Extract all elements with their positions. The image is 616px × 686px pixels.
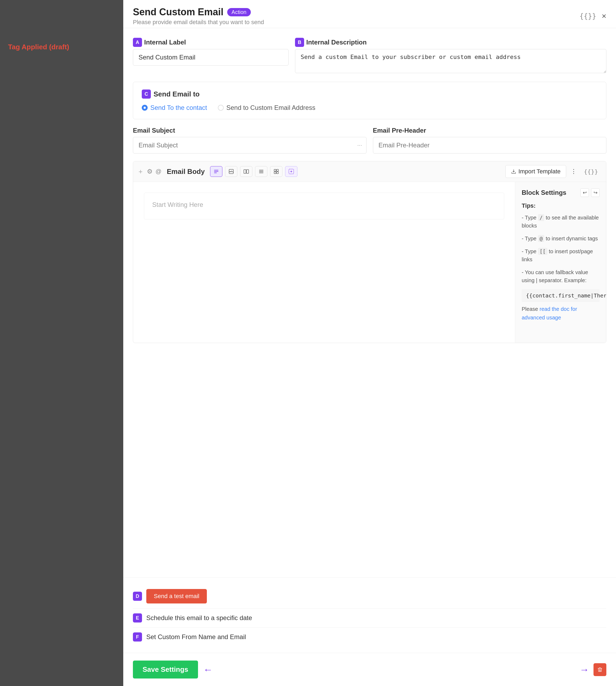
modal-title-row: Send Custom Email Action	[133, 6, 264, 18]
modal-subtitle: Please provide email details that you wa…	[133, 19, 264, 26]
undo-redo-controls: ↩ ↪	[580, 189, 600, 197]
email-subject-input-wrapper: ···	[133, 137, 367, 154]
email-subject-label: Email Subject	[133, 127, 367, 134]
toolbar-gear-icon[interactable]: ⚙	[147, 168, 153, 175]
import-template-button[interactable]: Import Template	[505, 165, 566, 178]
tip-3: - Type [[ to insert post/page links	[522, 247, 600, 263]
import-template-label: Import Template	[519, 168, 560, 175]
block-settings-header: Block Settings ↩ ↪	[522, 189, 600, 197]
send-email-label-text: Send Email to	[154, 90, 200, 98]
schedule-option-text: Schedule this email to a specific date	[146, 614, 252, 622]
radio-send-to-custom[interactable]: Send to Custom Email Address	[218, 104, 315, 111]
preheader-group: Email Pre-Header	[373, 127, 607, 154]
svg-rect-9	[274, 169, 276, 171]
svg-rect-11	[274, 172, 276, 174]
writing-placeholder: Start Writing Here	[152, 201, 203, 208]
send-test-email-button[interactable]: Send a test email	[146, 589, 207, 603]
svg-rect-2	[214, 173, 217, 173]
read-doc-link[interactable]: read the doc for advanced usage	[522, 306, 577, 320]
radio-row: Send To the contact Send to Custom Email…	[142, 104, 597, 111]
svg-rect-12	[277, 172, 279, 174]
internal-label-group: A Internal Label	[133, 38, 289, 73]
email-body-editor[interactable]: Start Writing Here	[133, 182, 515, 343]
toolbar-code-button[interactable]: {{}}	[581, 167, 601, 177]
svg-rect-8	[259, 173, 263, 173]
tips-title: Tips:	[522, 202, 600, 209]
badge-a: A	[133, 38, 142, 47]
internal-description-group: B Internal Description Send a custom Ema…	[295, 38, 607, 73]
internal-label-field-label: A Internal Label	[133, 38, 289, 47]
send-email-to-section: C Send Email to Send To the contact Send…	[133, 82, 607, 119]
toolbar-title: Email Body	[167, 168, 205, 176]
arrow-left-icon: ←	[203, 664, 213, 675]
toolbar-plus-icon[interactable]: +	[138, 168, 142, 176]
email-preheader-label-text: Email Pre-Header	[373, 127, 426, 134]
email-body-section: + ⚙ @ Email Body	[133, 161, 607, 343]
header-code-button[interactable]: {{}}	[579, 12, 596, 20]
arrow-right-icon: →	[579, 664, 589, 675]
svg-rect-4	[244, 170, 246, 173]
action-badge: Action	[227, 8, 251, 16]
svg-rect-7	[259, 171, 263, 172]
toolbar-block-text[interactable]	[210, 166, 222, 177]
delete-button[interactable]	[594, 663, 607, 676]
tip-3-code: [[	[538, 248, 547, 255]
email-preheader-input-wrapper	[373, 137, 607, 154]
option-row-custom-from: F Set Custom From Name and Email	[133, 627, 607, 646]
email-body-toolbar: + ⚙ @ Email Body	[133, 161, 606, 182]
toolbar-block-special[interactable]	[285, 166, 298, 177]
tip-1: - Type / to see all the available blocks	[522, 214, 600, 230]
option-row-schedule: E Schedule this email to a specific date	[133, 608, 607, 627]
custom-from-option-text: Set Custom From Name and Email	[146, 633, 246, 641]
badge-f: F	[133, 633, 142, 642]
tip-4: - You can use fallback value using | sep…	[522, 268, 600, 284]
block-settings-panel: Block Settings ↩ ↪ Tips: - Type / to see…	[515, 182, 606, 343]
tips-section: Tips: - Type / to see all the available …	[522, 202, 600, 322]
tag-applied-label: Tag Applied (draft)	[8, 43, 69, 51]
svg-rect-6	[259, 170, 263, 171]
email-preheader-input[interactable]	[373, 137, 607, 154]
toolbar-block-image[interactable]	[225, 166, 237, 177]
footer-left: Save Settings ←	[133, 661, 213, 679]
header-right: {{}} ×	[579, 12, 607, 20]
internal-description-input[interactable]: Send a custom Email to your subscriber o…	[295, 49, 607, 73]
radio-send-to-contact[interactable]: Send To the contact	[142, 104, 207, 111]
email-subject-dots[interactable]: ···	[357, 142, 362, 149]
toolbar-block-columns[interactable]	[240, 166, 252, 177]
close-button[interactable]: ×	[601, 12, 607, 20]
toolbar-block-text2[interactable]	[255, 166, 267, 177]
modal-title-block: Send Custom Email Action Please provide …	[133, 6, 264, 26]
bottom-section: D Send a test email E Schedule this emai…	[123, 577, 616, 653]
svg-rect-10	[277, 169, 279, 171]
tip-2-code: @	[538, 235, 544, 242]
fallback-example: {{contact.first_name|There}}	[522, 289, 600, 302]
modal-header: Send Custom Email Action Please provide …	[123, 0, 616, 28]
writing-area[interactable]: Start Writing Here	[144, 193, 504, 219]
svg-rect-5	[246, 170, 249, 173]
read-doc-text: Please read the doc for advanced usage	[522, 305, 600, 322]
email-subject-input[interactable]	[133, 137, 367, 154]
toolbar-block-grid[interactable]	[270, 166, 282, 177]
internal-label-input[interactable]	[133, 49, 289, 66]
badge-b: B	[295, 38, 304, 47]
modal-body: A Internal Label B Internal Description …	[123, 28, 616, 577]
undo-button[interactable]: ↩	[580, 189, 589, 197]
radio-dot-custom	[218, 105, 224, 111]
toolbar-at-icon[interactable]: @	[155, 168, 161, 175]
badge-c: C	[142, 89, 151, 98]
block-settings-title: Block Settings	[522, 189, 567, 196]
modal-footer: Save Settings ← →	[123, 653, 616, 686]
send-email-label: C Send Email to	[142, 89, 597, 98]
toolbar-more-options[interactable]: ⋮	[569, 167, 578, 176]
tip-1-code: /	[538, 214, 544, 221]
modal-title: Send Custom Email	[133, 6, 223, 18]
subject-group: Email Subject ···	[133, 127, 367, 154]
email-preheader-label: Email Pre-Header	[373, 127, 607, 134]
save-settings-button[interactable]: Save Settings	[133, 661, 198, 679]
email-subject-label-text: Email Subject	[133, 127, 175, 134]
radio-label-custom: Send to Custom Email Address	[226, 104, 315, 111]
internal-description-field-label: B Internal Description	[295, 38, 607, 47]
send-custom-email-modal: Send Custom Email Action Please provide …	[123, 0, 616, 686]
redo-button[interactable]: ↪	[591, 189, 600, 197]
email-body-content: Start Writing Here Block Settings ↩ ↪ Ti…	[133, 182, 606, 343]
